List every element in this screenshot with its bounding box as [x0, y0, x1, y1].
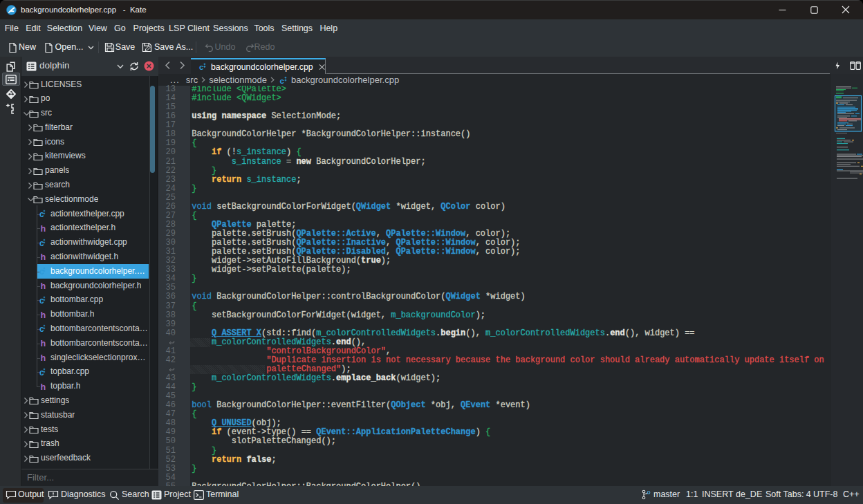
svg-text:c: c: [199, 63, 203, 71]
svg-text:h: h: [41, 310, 46, 319]
svg-text:h: h: [41, 353, 46, 362]
svg-text:h: h: [41, 224, 46, 233]
svg-text:h: h: [41, 339, 46, 348]
svg-text:h: h: [41, 252, 46, 261]
svg-text:h: h: [41, 382, 46, 391]
svg-text:c: c: [280, 76, 285, 84]
svg-text:h: h: [41, 281, 46, 290]
